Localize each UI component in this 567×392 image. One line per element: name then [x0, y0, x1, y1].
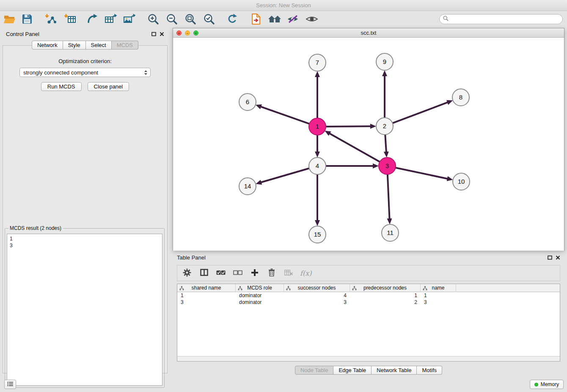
graph-node-4[interactable]: 4 — [309, 157, 326, 174]
float-panel-icon[interactable] — [151, 31, 156, 36]
window-titlebar[interactable]: Session: New Session — [0, 0, 567, 11]
float-table-panel-icon[interactable] — [547, 255, 552, 260]
tab-network[interactable]: Network — [32, 41, 63, 50]
maximize-window-icon[interactable]: + — [193, 30, 198, 36]
graph-node-11[interactable]: 11 — [382, 224, 399, 241]
open-session-button[interactable] — [2, 13, 17, 27]
criterion-dropdown[interactable]: strongly connected component — [19, 68, 151, 77]
column-header-predecessor-nodes[interactable]: predecessor nodes — [350, 284, 421, 292]
zoom-fit-button[interactable] — [183, 13, 198, 27]
open-session-file-button[interactable] — [249, 13, 263, 27]
export-network-button[interactable] — [85, 13, 99, 27]
search-field[interactable] — [439, 14, 563, 24]
column-header-mcds-role[interactable]: MCDS role — [236, 284, 284, 292]
graph-edge-3-10[interactable] — [394, 168, 448, 179]
graph-node-7[interactable]: 7 — [309, 54, 326, 71]
zoom-selected-button[interactable] — [202, 13, 216, 27]
zoom-out-icon — [166, 13, 178, 26]
mcds-tab-content: Optimization criterion: strongly connect… — [3, 45, 168, 373]
select-all-columns-button[interactable] — [215, 268, 226, 279]
node-label-14: 14 — [244, 182, 251, 190]
refresh-button[interactable] — [225, 13, 239, 27]
save-session-button[interactable] — [20, 13, 34, 27]
graph-edge-3-1[interactable] — [330, 133, 381, 162]
graph-node-6[interactable]: 6 — [239, 94, 256, 110]
close-table-panel-icon[interactable] — [555, 255, 560, 260]
node-label-8: 8 — [459, 94, 462, 101]
show-graphics-details-button[interactable] — [305, 13, 319, 27]
run-mcds-button[interactable]: Run MCDS — [41, 82, 82, 91]
column-header-label: MCDS role — [247, 285, 272, 291]
create-column-button[interactable] — [249, 268, 260, 279]
table-toolbar: f(x) — [177, 265, 560, 281]
column-header-shared-name[interactable]: shared name — [177, 284, 236, 292]
column-sort-icon — [179, 286, 184, 292]
search-icon — [443, 16, 449, 22]
network-window-titlebar[interactable]: × − + scc.txt — [173, 28, 564, 38]
delete-table-button[interactable] — [283, 268, 294, 279]
home-network-button[interactable] — [267, 13, 282, 27]
graph-node-14[interactable]: 14 — [239, 178, 256, 195]
column-header-filler — [456, 284, 560, 292]
table-cell: 3 — [284, 299, 350, 306]
table-row[interactable]: 1dominator411 — [177, 292, 560, 299]
tab-style[interactable]: Style — [63, 41, 86, 50]
graph-node-9[interactable]: 9 — [376, 53, 393, 70]
tab-motifs[interactable]: Motifs — [417, 366, 442, 375]
import-network-button[interactable] — [44, 13, 58, 27]
graph-edge-1-6[interactable] — [261, 107, 311, 124]
zoom-in-button[interactable] — [146, 13, 160, 27]
show-panels-button[interactable] — [4, 380, 16, 389]
export-table-icon — [105, 13, 117, 26]
delete-table-icon — [284, 270, 293, 277]
mcds-result-list[interactable]: 1 3 — [7, 234, 162, 386]
function-builder-button[interactable]: f(x) — [300, 268, 311, 279]
table-horizontal-scrollbar[interactable] — [177, 356, 560, 361]
tab-edge-table[interactable]: Edge Table — [333, 366, 372, 375]
network-canvas[interactable]: 7968124314101511 — [173, 38, 564, 251]
columns-icon — [200, 269, 208, 277]
graph-node-3[interactable]: 3 — [379, 157, 396, 174]
graph-edge-3-11[interactable] — [388, 173, 390, 219]
node-label-9: 9 — [383, 58, 386, 65]
table-row[interactable]: 3dominator323 — [177, 299, 560, 306]
node-table[interactable]: shared nameMCDS rolesuccessor nodesprede… — [177, 284, 560, 362]
save-disk-icon — [22, 14, 33, 26]
minimize-window-icon[interactable]: − — [185, 30, 190, 36]
tab-mcds[interactable]: MCDS — [112, 41, 138, 50]
export-image-button[interactable] — [122, 13, 137, 27]
memory-label: Memory — [541, 381, 559, 387]
mcds-result-title: MCDS result (2 nodes) — [8, 225, 63, 231]
graph-node-8[interactable]: 8 — [452, 89, 469, 106]
close-window-icon[interactable]: × — [176, 30, 182, 36]
graph-node-2[interactable]: 2 — [376, 118, 393, 135]
tab-node-table[interactable]: Node Table — [295, 366, 334, 375]
graph-edge-1-2[interactable] — [325, 126, 371, 127]
table-settings-button[interactable] — [182, 268, 193, 279]
search-input[interactable] — [451, 16, 559, 22]
graph-edge-2-8[interactable] — [391, 102, 448, 124]
graph-node-15[interactable]: 15 — [309, 226, 326, 243]
graph-node-1[interactable]: 1 — [309, 118, 326, 135]
graph-edge-4-14[interactable] — [261, 168, 311, 182]
mcds-result-group: MCDS result (2 nodes) 1 3 — [5, 225, 165, 388]
memory-button[interactable]: Memory — [530, 380, 564, 389]
window-title: Session: New Session — [256, 2, 311, 8]
tab-network-table[interactable]: Network Table — [372, 366, 417, 375]
graph-node-10[interactable]: 10 — [453, 173, 470, 190]
delete-column-button[interactable] — [266, 268, 277, 279]
unselect-all-columns-button[interactable] — [232, 268, 243, 279]
graph-edge-2-3[interactable] — [385, 133, 386, 152]
tab-select[interactable]: Select — [86, 41, 112, 50]
import-table-button[interactable] — [63, 13, 77, 27]
column-header-name[interactable]: name — [421, 284, 456, 292]
export-table-button[interactable] — [104, 13, 118, 27]
table-cell: 4 — [284, 292, 350, 299]
close-panel-button[interactable]: Close panel — [88, 82, 129, 91]
style-preview-button[interactable] — [286, 13, 300, 27]
show-column-button[interactable] — [198, 268, 209, 279]
close-panel-icon[interactable] — [159, 31, 164, 36]
column-header-successor-nodes[interactable]: successor nodes — [284, 284, 350, 292]
table-cell: 1 — [177, 292, 236, 299]
zoom-out-button[interactable] — [165, 13, 179, 27]
